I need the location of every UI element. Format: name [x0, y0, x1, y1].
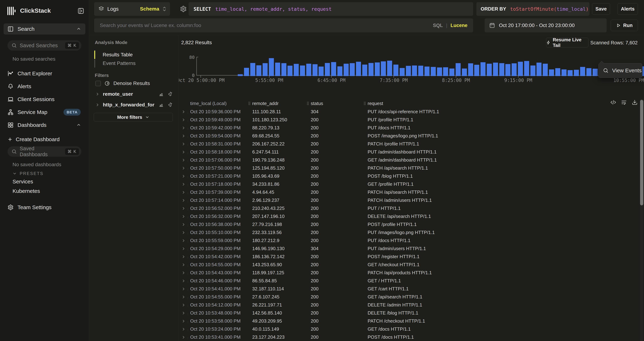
source-settings-gear-icon[interactable] — [180, 6, 187, 12]
row-expand-chevron-icon[interactable] — [179, 182, 190, 186]
denoise-results-row[interactable]: Denoise Results — [95, 80, 150, 86]
row-expand-chevron-icon[interactable] — [179, 238, 190, 243]
row-expand-chevron-icon[interactable] — [179, 222, 190, 227]
order-by-input[interactable]: ORDER BY toStartOfMinute(time_local) D — [476, 2, 590, 16]
row-expand-chevron-icon[interactable] — [179, 126, 190, 130]
table-row[interactable]: Oct 20 10:59:54.000 PM69.68.254.55200POS… — [179, 132, 644, 140]
sidebar-item-search[interactable]: Search — [4, 24, 85, 34]
alerts-button[interactable]: Alerts — [618, 3, 638, 15]
row-expand-chevron-icon[interactable] — [179, 295, 190, 299]
filter-field-remote-user[interactable]: remote_user — [95, 91, 173, 97]
lucene-mode-toggle[interactable]: Lucene — [450, 23, 468, 28]
row-expand-chevron-icon[interactable] — [179, 263, 190, 267]
drag-handle-icon[interactable] — [306, 101, 309, 106]
table-row[interactable]: Oct 20 10:53:41.000 PM23.127.204.223200P… — [179, 333, 644, 341]
mode-results-table[interactable]: Results Table — [103, 52, 133, 58]
preset-item-services[interactable]: Services — [12, 178, 33, 185]
field-chart-icon[interactable] — [159, 102, 164, 107]
table-row[interactable]: Oct 20 10:59:49.000 PM101.180.123.250200… — [179, 116, 644, 124]
field-pin-icon[interactable] — [168, 102, 173, 107]
field-pin-icon[interactable] — [168, 92, 173, 96]
table-row[interactable]: Oct 20 10:56:52.000 PM210.240.43.225200P… — [179, 204, 644, 212]
column-header-time-local[interactable]: time_local (Local) — [190, 101, 248, 106]
table-row[interactable]: Oct 20 10:58:31.000 PM206.167.252.22200P… — [179, 140, 644, 148]
row-expand-chevron-icon[interactable] — [179, 150, 190, 154]
row-expand-chevron-icon[interactable] — [179, 158, 190, 162]
table-row[interactable]: Oct 20 10:55:59.000 PM180.27.212.9200PUT… — [179, 236, 644, 244]
table-row[interactable]: Oct 20 10:57:21.000 PM105.96.43.69200POS… — [179, 172, 644, 180]
row-expand-chevron-icon[interactable] — [179, 335, 190, 340]
sidebar-collapse-icon[interactable] — [78, 8, 84, 14]
sidebar-item-service-map[interactable]: Service Map BETA — [4, 107, 85, 118]
denoise-checkbox[interactable] — [95, 81, 101, 86]
row-expand-chevron-icon[interactable] — [179, 319, 190, 323]
team-settings-button[interactable]: Team Settings — [4, 202, 85, 213]
table-row[interactable]: Oct 20 10:57:06.000 PM190.79.136.248200G… — [179, 156, 644, 164]
table-row[interactable]: Oct 20 10:54:41.000 PM32.187.110.114200G… — [179, 285, 644, 293]
row-expand-chevron-icon[interactable] — [179, 214, 190, 219]
row-expand-chevron-icon[interactable] — [179, 134, 190, 138]
row-expand-chevron-icon[interactable] — [179, 110, 190, 114]
row-expand-chevron-icon[interactable] — [179, 254, 190, 259]
drag-handle-icon[interactable] — [248, 101, 251, 106]
row-expand-chevron-icon[interactable] — [179, 271, 190, 275]
row-expand-chevron-icon[interactable] — [179, 174, 190, 178]
sidebar-item-dashboards[interactable]: Dashboards — [4, 120, 85, 130]
field-chart-icon[interactable] — [159, 92, 164, 96]
table-row[interactable]: Oct 20 10:53:58.000 PM49.203.209.95200PA… — [179, 317, 644, 325]
row-expand-chevron-icon[interactable] — [179, 230, 190, 235]
row-expand-chevron-icon[interactable] — [179, 142, 190, 146]
table-row[interactable]: Oct 20 10:59:42.000 PM88.220.79.13200PUT… — [179, 124, 644, 132]
row-expand-chevron-icon[interactable] — [179, 327, 190, 331]
table-row[interactable]: Oct 20 10:54:43.000 PM118.99.197.125200P… — [179, 269, 644, 277]
table-row[interactable]: Oct 20 10:59:36.000 PM111.100.28.11304PU… — [179, 108, 644, 116]
row-expand-chevron-icon[interactable] — [179, 246, 190, 251]
sidebar-item-client-sessions[interactable]: Client Sessions — [4, 94, 85, 105]
select-clause-input[interactable]: SELECT time_local, remote_addr, status, … — [188, 2, 473, 16]
sidebar-item-chart-explorer[interactable]: Chart Explorer — [4, 68, 85, 79]
table-row[interactable]: Oct 20 10:58:18.000 PM6.247.54.111200PUT… — [179, 148, 644, 156]
sidebar-item-alerts[interactable]: Alerts — [4, 81, 85, 92]
row-expand-chevron-icon[interactable] — [179, 198, 190, 202]
row-expand-chevron-icon[interactable] — [179, 166, 190, 170]
event-search-input[interactable]: Search your events w/ Lucene ex. column:… — [94, 18, 473, 32]
row-expand-chevron-icon[interactable] — [179, 303, 190, 307]
table-row[interactable]: Oct 20 10:53:48.000 PM142.56.85.140200DE… — [179, 309, 644, 317]
table-row[interactable]: Oct 20 10:54:46.000 PM86.55.84.85200GET … — [179, 277, 644, 285]
table-row[interactable]: Oct 20 10:55:10.000 PM232.33.119.56200PU… — [179, 228, 644, 236]
saved-dashboards-input[interactable]: Saved Dashboards ⌘ K — [8, 146, 82, 157]
run-button[interactable]: Run — [611, 20, 638, 31]
column-header-request[interactable]: request — [363, 101, 644, 106]
resume-live-tail-button[interactable]: Resume Live Tail — [546, 38, 588, 48]
more-filters-button[interactable]: More filters — [94, 113, 173, 122]
row-expand-chevron-icon[interactable] — [179, 279, 190, 283]
filter-field-http-x-forwarded-for[interactable]: http_x_forwarded_for — [95, 102, 173, 108]
table-row[interactable]: Oct 20 10:54:12.000 PM26.221.197.71200DE… — [179, 301, 644, 309]
table-row[interactable]: Oct 20 10:56:38.000 PM27.79.216.198200PO… — [179, 220, 644, 228]
source-selector[interactable]: Logs Schema — [94, 2, 170, 16]
mode-event-patterns[interactable]: Event Patterns — [103, 60, 136, 66]
create-dashboard-button[interactable]: Create Dashboard — [4, 134, 85, 145]
row-expand-chevron-icon[interactable] — [179, 206, 190, 210]
presets-toggle[interactable]: PRESETS — [12, 171, 44, 176]
time-range-picker[interactable]: Oct 20 17:00:00 - Oct 20 23:00:00 — [484, 18, 606, 32]
table-row[interactable]: Oct 20 10:56:32.000 PM207.147.196.10200D… — [179, 212, 644, 220]
row-expand-chevron-icon[interactable] — [179, 190, 190, 194]
table-row[interactable]: Oct 20 10:57:39.000 PM4.94.64.45200PATCH… — [179, 188, 644, 196]
save-button[interactable]: Save — [592, 3, 610, 15]
column-header-remote-addr[interactable]: remote_addr — [248, 101, 306, 106]
column-header-status[interactable]: status — [306, 101, 363, 106]
table-row[interactable]: Oct 20 10:54:29.000 PM146.96.190.130304P… — [179, 244, 644, 252]
saved-searches-input[interactable]: Saved Searches ⌘ K — [8, 40, 82, 51]
table-row[interactable]: Oct 20 10:57:14.000 PM2.96.129.237200PAT… — [179, 196, 644, 204]
row-expand-chevron-icon[interactable] — [179, 118, 190, 122]
scrollbar-thumb[interactable] — [640, 100, 643, 206]
drag-handle-icon[interactable] — [363, 101, 366, 106]
preset-item-kubernetes[interactable]: Kubernetes — [12, 188, 40, 194]
table-row[interactable]: Oct 20 10:54:55.000 PM143.253.65.90200GE… — [179, 261, 644, 269]
sql-mode-toggle[interactable]: SQL — [433, 23, 443, 28]
table-row[interactable]: Oct 20 10:53:24.000 PM40.0.115.149200GET… — [179, 325, 644, 333]
row-expand-chevron-icon[interactable] — [179, 287, 190, 291]
table-row[interactable]: Oct 20 10:57:50.000 PM125.194.85.120200P… — [179, 164, 644, 172]
row-expand-chevron-icon[interactable] — [179, 311, 190, 315]
